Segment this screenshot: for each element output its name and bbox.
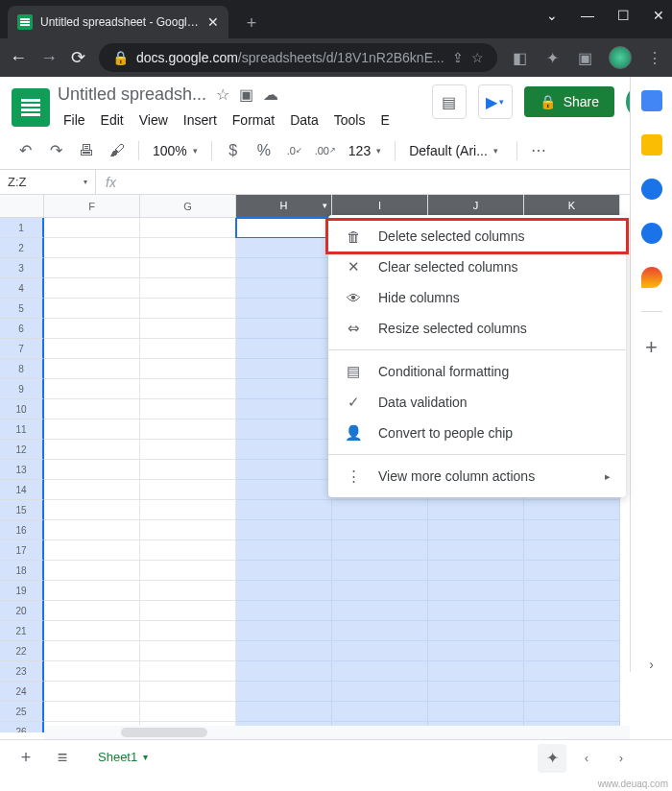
- forward-button[interactable]: →: [40, 48, 58, 68]
- cloud-status-icon[interactable]: ☁: [263, 85, 278, 104]
- cell[interactable]: [236, 561, 332, 581]
- paint-format-button[interactable]: 🖌: [104, 137, 131, 164]
- url-box[interactable]: 🔒 docs.google.com/spreadsheets/d/18V1nR2…: [99, 43, 497, 72]
- cell[interactable]: [524, 601, 620, 621]
- menu-view[interactable]: View: [133, 108, 174, 132]
- sheets-logo-icon[interactable]: [12, 88, 50, 127]
- ctx-hide-columns[interactable]: 👁Hide columns: [328, 282, 626, 313]
- cell[interactable]: [140, 621, 236, 641]
- cell[interactable]: [140, 319, 236, 339]
- cell[interactable]: [44, 460, 140, 480]
- cell[interactable]: [524, 500, 620, 520]
- cell[interactable]: [332, 561, 428, 581]
- column-dropdown-icon[interactable]: ▾: [323, 201, 327, 210]
- cell[interactable]: [44, 641, 140, 661]
- row-header[interactable]: 4: [0, 278, 44, 299]
- cell[interactable]: [44, 258, 140, 278]
- cell[interactable]: [140, 278, 236, 299]
- menu-format[interactable]: Format: [227, 108, 280, 132]
- cell[interactable]: [428, 540, 524, 561]
- row-header[interactable]: 16: [0, 520, 44, 540]
- bookmark-icon[interactable]: ☆: [471, 50, 484, 65]
- tasks-icon[interactable]: [641, 179, 662, 200]
- cell[interactable]: [44, 299, 140, 319]
- row-header[interactable]: 23: [0, 661, 44, 682]
- cell[interactable]: [236, 500, 332, 520]
- cell[interactable]: [140, 500, 236, 520]
- window-maximize-icon[interactable]: ☐: [617, 8, 630, 23]
- cell[interactable]: [236, 238, 332, 258]
- column-header-G[interactable]: G: [140, 195, 236, 218]
- cell[interactable]: [236, 702, 332, 722]
- cell[interactable]: [140, 480, 236, 500]
- cell[interactable]: [44, 540, 140, 561]
- cell[interactable]: [236, 399, 332, 419]
- cell[interactable]: [44, 702, 140, 722]
- cell[interactable]: [428, 500, 524, 520]
- add-sheet-button[interactable]: +: [12, 744, 40, 773]
- cell[interactable]: [236, 419, 332, 440]
- number-format-select[interactable]: 123: [343, 143, 387, 158]
- move-doc-icon[interactable]: ▣: [239, 85, 253, 104]
- row-header[interactable]: 2: [0, 238, 44, 258]
- column-header-F[interactable]: F: [44, 195, 140, 218]
- keep-icon[interactable]: [641, 134, 662, 156]
- row-header[interactable]: 25: [0, 702, 44, 722]
- new-tab-button[interactable]: +: [238, 10, 265, 36]
- cell[interactable]: [236, 520, 332, 540]
- currency-button[interactable]: $: [220, 137, 247, 164]
- row-header[interactable]: 12: [0, 440, 44, 460]
- cell[interactable]: [140, 339, 236, 359]
- cell[interactable]: [236, 480, 332, 500]
- cell[interactable]: [140, 299, 236, 319]
- tab-scroll-left[interactable]: ‹: [572, 744, 601, 773]
- cell[interactable]: [44, 682, 140, 702]
- cell[interactable]: [140, 460, 236, 480]
- extensions-puzzle-icon[interactable]: ✦: [543, 48, 563, 67]
- ctx-delete-selected-columns[interactable]: 🗑Delete selected columns: [328, 221, 626, 252]
- cell[interactable]: [140, 419, 236, 440]
- decrease-decimal-button[interactable]: .0↙: [281, 137, 308, 164]
- cell[interactable]: [140, 561, 236, 581]
- select-all-corner[interactable]: [0, 195, 44, 218]
- cell[interactable]: [140, 581, 236, 601]
- share-url-icon[interactable]: ⇪: [452, 50, 464, 65]
- cell[interactable]: [44, 359, 140, 379]
- cell[interactable]: [140, 661, 236, 682]
- cell[interactable]: [44, 319, 140, 339]
- cell[interactable]: [44, 339, 140, 359]
- row-header[interactable]: 24: [0, 682, 44, 702]
- row-header[interactable]: 14: [0, 480, 44, 500]
- zoom-select[interactable]: 100%: [147, 143, 204, 158]
- window-minimize-icon[interactable]: —: [581, 8, 594, 23]
- cell[interactable]: [140, 702, 236, 722]
- maps-icon[interactable]: [641, 267, 662, 288]
- explore-button[interactable]: ✦: [538, 744, 566, 773]
- cell[interactable]: [44, 601, 140, 621]
- window-dropdown-icon[interactable]: ⌄: [546, 8, 558, 23]
- cell[interactable]: [236, 218, 332, 238]
- cell[interactable]: [236, 621, 332, 641]
- calendar-icon[interactable]: [641, 90, 662, 111]
- extension-1-icon[interactable]: ◧: [511, 48, 530, 67]
- row-header[interactable]: 22: [0, 641, 44, 661]
- cell[interactable]: [332, 621, 428, 641]
- increase-decimal-button[interactable]: .00↗: [312, 137, 339, 164]
- row-header[interactable]: 19: [0, 581, 44, 601]
- column-header-H[interactable]: H▾: [236, 195, 332, 218]
- cell[interactable]: [44, 480, 140, 500]
- cell[interactable]: [428, 661, 524, 682]
- cell[interactable]: [44, 621, 140, 641]
- cell[interactable]: [140, 399, 236, 419]
- ctx-resize-selected-columns[interactable]: ⇔Resize selected columns: [328, 313, 626, 344]
- all-sheets-button[interactable]: ≡: [48, 744, 77, 773]
- comments-button[interactable]: ▤: [432, 84, 467, 119]
- cell[interactable]: [44, 399, 140, 419]
- add-side-panel-icon[interactable]: +: [645, 335, 658, 360]
- cell[interactable]: [332, 500, 428, 520]
- cell[interactable]: [524, 561, 620, 581]
- cell[interactable]: [524, 641, 620, 661]
- cell[interactable]: [332, 682, 428, 702]
- redo-button[interactable]: ↷: [42, 137, 69, 164]
- star-doc-icon[interactable]: ☆: [216, 85, 229, 104]
